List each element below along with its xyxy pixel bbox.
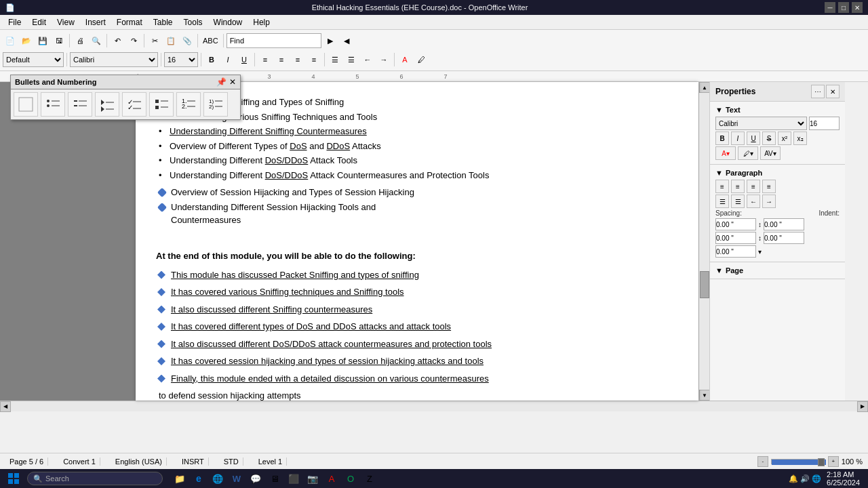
document-page[interactable]: tanding Packet Sniffing and Types of Sni… <box>136 82 698 401</box>
scrollbar-track[interactable] <box>699 93 709 390</box>
prop-char-spacing-btn[interactable]: AV▾ <box>760 146 781 160</box>
prop-numbering-btn[interactable]: ☰ <box>731 195 745 208</box>
bullet-style-num2[interactable]: 1)2) <box>203 92 228 117</box>
start-button[interactable] <box>3 471 24 486</box>
bullet-style-check[interactable]: ✓✓ <box>122 92 146 117</box>
paste-button[interactable]: 📎 <box>180 33 195 48</box>
bullet-style-dot[interactable] <box>41 92 65 117</box>
bullets-panel-close-button[interactable]: ✕ <box>229 77 236 87</box>
prop-indent-less-btn[interactable]: ← <box>747 195 760 208</box>
indent-more-button[interactable]: → <box>376 52 391 67</box>
copy-button[interactable]: 📋 <box>163 33 178 48</box>
italic-button[interactable]: I <box>220 52 235 67</box>
maximize-button[interactable]: □ <box>838 2 849 13</box>
prop-indent-more-btn[interactable]: → <box>762 195 776 208</box>
menu-file[interactable]: File <box>3 16 26 28</box>
prop-font-select[interactable]: Calibri <box>715 117 807 130</box>
below-spacing-input[interactable] <box>715 232 756 244</box>
prop-strikethrough-btn[interactable]: S <box>762 131 776 145</box>
find-input[interactable] <box>226 33 321 48</box>
prop-font-size[interactable] <box>809 117 840 130</box>
bold-button[interactable]: B <box>204 52 219 67</box>
zoom-out-button[interactable]: - <box>757 456 768 467</box>
taskbar-app-acrobat[interactable]: A <box>323 470 340 487</box>
prop-align-justify[interactable]: ≡ <box>762 180 776 193</box>
prop-align-center[interactable]: ≡ <box>731 180 745 193</box>
properties-close-button[interactable]: ✕ <box>826 85 840 98</box>
taskbar-search[interactable]: 🔍 Search <box>27 472 163 485</box>
prop-bold-btn[interactable]: B <box>715 131 729 145</box>
taskbar-app-camera[interactable]: 📷 <box>304 470 321 487</box>
menu-edit[interactable]: Edit <box>26 16 52 28</box>
save-button[interactable]: 💾 <box>35 33 50 48</box>
prop-highlight-btn[interactable]: 🖊▾ <box>738 146 758 160</box>
open-button[interactable]: 📂 <box>19 33 34 48</box>
prop-underline-btn[interactable]: U <box>747 131 760 145</box>
bullet-style-square[interactable] <box>149 92 174 117</box>
align-justify-button[interactable]: ≡ <box>307 52 321 67</box>
taskbar-app-teams[interactable]: 💬 <box>247 470 264 487</box>
bullet-style-arrow[interactable] <box>95 92 119 117</box>
find-next-button[interactable]: ▶ <box>323 33 338 48</box>
bullets-button[interactable]: ☰ <box>328 52 342 67</box>
menu-view[interactable]: View <box>52 16 80 28</box>
bullet-style-dash[interactable] <box>68 92 92 117</box>
prop-bullets-btn[interactable]: ☰ <box>715 195 729 208</box>
redo-button[interactable]: ↷ <box>126 33 141 48</box>
left-indent-input[interactable] <box>764 218 804 230</box>
new-button[interactable]: 📄 <box>3 33 18 48</box>
prop-align-right[interactable]: ≡ <box>747 180 760 193</box>
print-preview-button[interactable]: 🔍 <box>89 33 104 48</box>
minimize-button[interactable]: ─ <box>825 2 835 13</box>
numbering-button[interactable]: ☰ <box>344 52 359 67</box>
font-size-select[interactable]: 16 <box>164 52 198 67</box>
scrollbar-thumb[interactable] <box>700 271 709 298</box>
save-as-button[interactable]: 🖫 <box>52 33 66 48</box>
above-spacing-input[interactable] <box>715 218 756 230</box>
properties-options-button[interactable]: ⋯ <box>811 85 825 98</box>
zoom-in-button[interactable]: + <box>828 456 839 467</box>
taskbar-app-terminal[interactable]: ⬛ <box>285 470 302 487</box>
undo-button[interactable]: ↶ <box>110 33 125 48</box>
scroll-left-button[interactable]: ◀ <box>0 401 11 412</box>
highlight-button[interactable]: 🖊 <box>414 52 429 67</box>
taskbar-app-edge[interactable]: e <box>190 470 208 487</box>
menu-tools[interactable]: Tools <box>178 16 208 28</box>
font-family-select[interactable]: Calibri <box>70 52 158 67</box>
horizontal-scrollbar[interactable]: ◀ ▶ <box>0 401 868 411</box>
menu-window[interactable]: Window <box>208 16 248 28</box>
prop-superscript-btn[interactable]: x² <box>778 131 791 145</box>
taskbar-app-zoom[interactable]: Z <box>361 470 378 487</box>
line-spacing-input[interactable] <box>715 245 756 258</box>
cut-button[interactable]: ✂ <box>147 33 162 48</box>
right-indent-input[interactable] <box>764 232 804 244</box>
indent-less-button[interactable]: ← <box>360 52 375 67</box>
align-left-button[interactable]: ≡ <box>258 52 273 67</box>
align-center-button[interactable]: ≡ <box>274 52 289 67</box>
bullet-style-num1[interactable]: 1.2. <box>176 92 201 117</box>
taskbar-app-chrome[interactable]: 🌐 <box>209 470 226 487</box>
prop-italic-btn[interactable]: I <box>731 131 745 145</box>
menu-table[interactable]: Table <box>148 16 178 28</box>
scroll-up-button[interactable]: ▲ <box>699 82 710 93</box>
prop-align-left[interactable]: ≡ <box>715 180 729 193</box>
font-color-button[interactable]: A <box>397 52 412 67</box>
style-select[interactable]: Default <box>3 52 64 67</box>
print-button[interactable]: 🖨 <box>73 33 87 48</box>
taskbar-app-explorer[interactable]: 📁 <box>171 470 189 487</box>
scroll-down-button[interactable]: ▼ <box>699 390 710 401</box>
menu-insert[interactable]: Insert <box>80 16 111 28</box>
menu-help[interactable]: Help <box>248 16 275 28</box>
align-right-button[interactable]: ≡ <box>290 52 305 67</box>
taskbar-app-word[interactable]: W <box>228 470 245 487</box>
prop-font-color-btn[interactable]: A▾ <box>715 146 736 160</box>
taskbar-app-vscode[interactable]: 🖥 <box>266 470 283 487</box>
close-button[interactable]: ✕ <box>852 2 863 13</box>
menu-format[interactable]: Format <box>111 16 148 28</box>
find-prev-button[interactable]: ◀ <box>339 33 354 48</box>
vertical-scrollbar[interactable]: ▲ ▼ <box>698 82 709 401</box>
zoom-thumb[interactable] <box>818 458 825 466</box>
scroll-right-button[interactable]: ▶ <box>857 401 868 412</box>
prop-subscript-btn[interactable]: x₂ <box>793 131 807 145</box>
bullets-panel-pin-button[interactable]: 📌 <box>216 77 226 87</box>
